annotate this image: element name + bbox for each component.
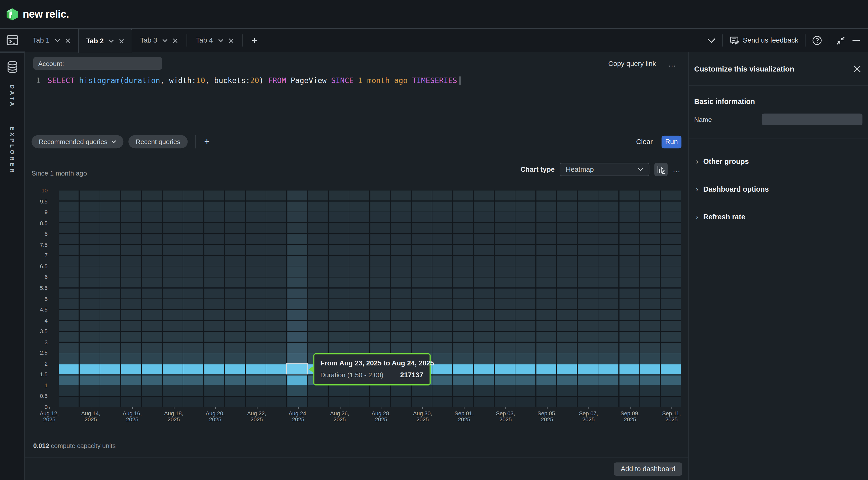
heatmap-cell[interactable] (536, 212, 556, 222)
heatmap-cell[interactable] (59, 354, 79, 364)
heatmap-cell[interactable] (121, 234, 141, 244)
heatmap-cell[interactable] (142, 202, 162, 212)
heatmap-cell[interactable] (599, 343, 619, 353)
heatmap-cell[interactable] (287, 397, 307, 407)
tab-tab-1[interactable]: Tab 1 (25, 29, 78, 52)
heatmap-cell[interactable] (183, 277, 203, 288)
heatmap-cell[interactable] (246, 310, 266, 320)
heatmap-cell[interactable] (661, 212, 681, 222)
heatmap-cell[interactable] (329, 277, 349, 288)
heatmap-cell[interactable] (391, 245, 411, 255)
heatmap-cell[interactable] (578, 277, 598, 288)
heatmap-cell[interactable] (640, 223, 660, 233)
heatmap-cell[interactable] (80, 310, 99, 320)
heatmap-cell[interactable] (204, 332, 224, 342)
heatmap-cell[interactable] (640, 234, 660, 244)
heatmap-cell[interactable] (495, 277, 515, 288)
heatmap-cell[interactable] (59, 375, 79, 385)
heatmap-cell[interactable] (495, 267, 515, 277)
heatmap-cell[interactable] (349, 212, 369, 222)
heatmap-cell[interactable] (308, 245, 328, 255)
close-icon[interactable] (853, 64, 862, 73)
heatmap-cell[interactable] (661, 190, 681, 201)
heatmap-cell[interactable] (80, 386, 99, 396)
name-input[interactable] (762, 114, 863, 125)
heatmap-cell[interactable] (495, 364, 515, 374)
heatmap-cell[interactable] (121, 310, 141, 320)
heatmap-cell[interactable] (329, 343, 349, 353)
heatmap-cell[interactable] (620, 321, 640, 331)
heatmap-cell[interactable] (100, 277, 120, 288)
heatmap-cell[interactable] (599, 202, 619, 212)
heatmap-cell[interactable] (246, 343, 266, 353)
heatmap-cell[interactable] (142, 277, 162, 288)
chevron-down-icon[interactable] (218, 39, 223, 42)
heatmap-cell[interactable] (59, 343, 79, 353)
heatmap-cell[interactable] (308, 190, 328, 201)
query-more-icon[interactable]: … (668, 61, 677, 66)
heatmap-cell[interactable] (100, 386, 120, 396)
heatmap-cell[interactable] (100, 190, 120, 201)
panel-group-refresh-rate[interactable]: ›Refresh rate (694, 203, 863, 231)
add-tab-button[interactable]: + (244, 29, 265, 52)
heatmap-cell[interactable] (661, 234, 681, 244)
heatmap-cell[interactable] (661, 375, 681, 385)
heatmap-cell[interactable] (246, 386, 266, 396)
heatmap-cell[interactable] (204, 321, 224, 331)
heatmap-cell[interactable] (454, 277, 473, 288)
heatmap-cell[interactable] (412, 299, 432, 309)
heatmap-cell[interactable] (163, 332, 183, 342)
heatmap-cell[interactable] (80, 354, 99, 364)
heatmap-cell[interactable] (349, 190, 369, 201)
heatmap-cell[interactable] (536, 267, 556, 277)
heatmap-cell[interactable] (599, 256, 619, 266)
chevron-down-icon[interactable] (707, 38, 716, 43)
heatmap-cell[interactable] (578, 234, 598, 244)
heatmap-cell[interactable] (142, 223, 162, 233)
heatmap-cell[interactable] (599, 397, 619, 407)
heatmap-cell[interactable] (495, 190, 515, 201)
heatmap-cell[interactable] (266, 364, 286, 374)
heatmap-cell[interactable] (536, 343, 556, 353)
heatmap-cell[interactable] (349, 277, 369, 288)
heatmap-cell[interactable] (391, 256, 411, 266)
heatmap-cell[interactable] (433, 267, 453, 277)
heatmap-cell[interactable] (142, 234, 162, 244)
heatmap-cell[interactable] (100, 343, 120, 353)
heatmap-cell[interactable] (100, 332, 120, 342)
heatmap-cell[interactable] (661, 202, 681, 212)
heatmap-cell[interactable] (557, 354, 577, 364)
heatmap-cell[interactable] (100, 245, 120, 255)
heatmap-cell[interactable] (495, 299, 515, 309)
heatmap-cell[interactable] (661, 332, 681, 342)
heatmap-cell[interactable] (474, 256, 494, 266)
heatmap-cell[interactable] (391, 343, 411, 353)
heatmap-cell[interactable] (474, 343, 494, 353)
heatmap-cell[interactable] (100, 310, 120, 320)
heatmap-cell[interactable] (474, 397, 494, 407)
heatmap-cell[interactable] (121, 375, 141, 385)
heatmap-cell[interactable] (142, 332, 162, 342)
heatmap-cell[interactable] (287, 375, 307, 385)
heatmap-cell[interactable] (266, 212, 286, 222)
heatmap-cell[interactable] (204, 267, 224, 277)
heatmap-cell[interactable] (620, 190, 640, 201)
heatmap-cell[interactable] (370, 190, 390, 201)
heatmap-cell[interactable] (516, 267, 535, 277)
heatmap-cell[interactable] (578, 202, 598, 212)
heatmap-cell[interactable] (349, 321, 369, 331)
heatmap-cell[interactable] (225, 190, 245, 201)
heatmap-cell[interactable] (412, 202, 432, 212)
recent-queries-button[interactable]: Recent queries (128, 135, 188, 149)
heatmap-cell[interactable] (59, 397, 79, 407)
heatmap-cell[interactable] (557, 321, 577, 331)
heatmap-cell[interactable] (516, 321, 535, 331)
heatmap-cell[interactable] (329, 299, 349, 309)
heatmap-cell[interactable] (620, 299, 640, 309)
heatmap-cell[interactable] (640, 364, 660, 374)
heatmap-cell[interactable] (287, 277, 307, 288)
heatmap-cell[interactable] (454, 332, 473, 342)
heatmap-cell[interactable] (163, 364, 183, 374)
heatmap-cell[interactable] (266, 256, 286, 266)
heatmap-cell[interactable] (266, 299, 286, 309)
